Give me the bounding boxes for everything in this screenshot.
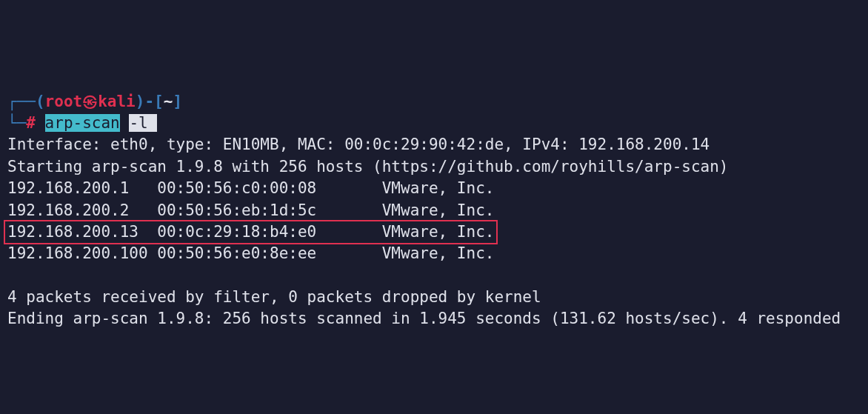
terminal-output[interactable]: ┌──(root㉿kali)-[~] └─# arp-scan -l Inter… bbox=[7, 91, 861, 330]
prompt-host: kali bbox=[98, 93, 136, 110]
output-starting: Starting arp-scan 1.9.8 with 256 hosts (… bbox=[7, 158, 729, 176]
prompt-line1: ┌──(root㉿kali)-[~] bbox=[7, 93, 182, 110]
table-row: 192.168.200.13 00:0c:29:18:b4:e0 VMware,… bbox=[7, 223, 494, 241]
prompt-symbol: ㉿ bbox=[82, 93, 98, 110]
command-arg: -l bbox=[129, 114, 147, 132]
table-row: 192.168.200.100 00:50:56:e0:8e:ee VMware… bbox=[7, 244, 494, 262]
output-summary-ending: Ending arp-scan 1.9.8: 256 hosts scanned… bbox=[7, 310, 841, 327]
prompt-box-bottom: └─ bbox=[7, 114, 26, 132]
prompt-line2: └─# arp-scan -l bbox=[7, 114, 157, 132]
bracket-open: [ bbox=[154, 93, 164, 110]
prompt-user: root bbox=[45, 93, 83, 110]
command-name: arp-scan bbox=[45, 114, 120, 132]
cursor bbox=[148, 114, 158, 132]
prompt-box-top: ┌── bbox=[7, 93, 36, 110]
output-summary-packets: 4 packets received by filter, 0 packets … bbox=[7, 288, 541, 306]
table-row: 192.168.200.2 00:50:56:eb:1d:5c VMware, … bbox=[7, 201, 494, 219]
prompt-dash: - bbox=[144, 93, 154, 110]
output-interface: Interface: eth0, type: EN10MB, MAC: 00:0… bbox=[7, 136, 710, 153]
table-row: 192.168.200.1 00:50:56:c0:00:08 VMware, … bbox=[7, 179, 494, 197]
paren-open: ( bbox=[36, 93, 45, 110]
bracket-close: ] bbox=[173, 93, 182, 110]
paren-close: ) bbox=[136, 93, 145, 110]
prompt-hash: # bbox=[26, 114, 36, 132]
prompt-cwd: ~ bbox=[164, 93, 173, 110]
highlighted-row: 192.168.200.13 00:0c:29:18:b4:e0 VMware,… bbox=[4, 220, 498, 244]
